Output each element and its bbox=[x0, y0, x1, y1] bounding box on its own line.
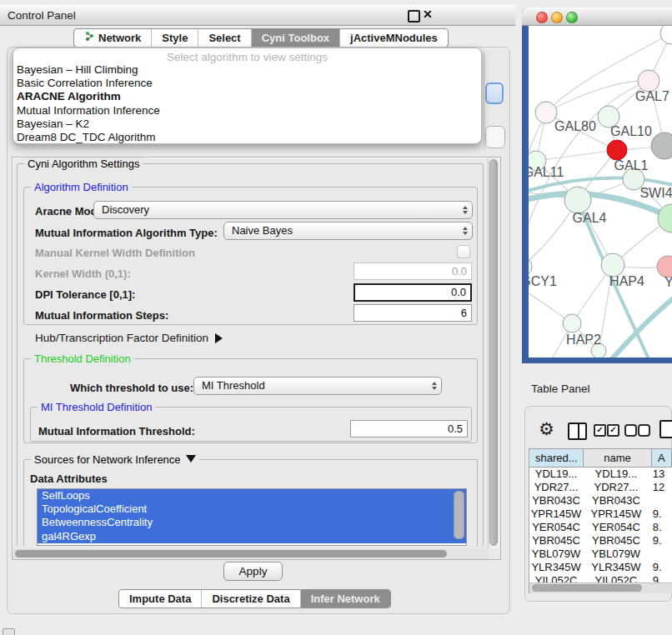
table-row[interactable]: YBR045CYBR045C9. bbox=[529, 534, 672, 548]
table-row[interactable]: YER054CYER054C8. bbox=[529, 521, 672, 534]
algorithm-option[interactable]: Mutual Information Inference bbox=[13, 104, 481, 118]
float-window-icon[interactable] bbox=[408, 10, 420, 22]
disclosure-right-icon bbox=[215, 333, 223, 343]
node-label-gal11: GAL11 bbox=[529, 165, 564, 179]
close-icon[interactable]: ✕ bbox=[423, 8, 433, 21]
apply-button[interactable]: Apply bbox=[223, 562, 283, 581]
node-gal4[interactable] bbox=[564, 187, 591, 213]
dpi-tolerance-field[interactable]: 0.0 bbox=[354, 283, 472, 302]
column-header-1[interactable]: shared... bbox=[529, 449, 584, 468]
sources-title-toggle[interactable]: Sources for Network Inference bbox=[31, 453, 199, 466]
hub-definition-label: Hub/Transcription Factor Definition bbox=[35, 332, 208, 344]
network-edge[interactable] bbox=[546, 81, 649, 112]
unchecked-box-icon[interactable] bbox=[638, 424, 650, 437]
mi-algorithm-type-value: Naive Bayes bbox=[232, 224, 293, 237]
kernel-width-field[interactable]: 0.0 bbox=[354, 262, 472, 280]
data-attributes-label: Data Attributes bbox=[30, 472, 108, 485]
close-traffic-light[interactable] bbox=[536, 12, 548, 23]
attribute-item[interactable]: BetweennessCentrality bbox=[38, 516, 466, 529]
which-threshold-select[interactable]: MI Threshold bbox=[193, 377, 442, 395]
table-row[interactable]: YBL079WYBL079W bbox=[529, 548, 672, 561]
table-panel-title: Table Panel bbox=[531, 382, 590, 395]
table-cell: YBR045C bbox=[529, 534, 583, 548]
node-hap4[interactable] bbox=[601, 253, 624, 277]
table-cell: YBL079W bbox=[583, 548, 649, 561]
node-hap2[interactable] bbox=[563, 314, 581, 332]
node-label-gal10: GAL10 bbox=[610, 124, 652, 138]
attribute-item[interactable]: SelfLoops bbox=[38, 489, 466, 502]
document-icon[interactable] bbox=[659, 420, 672, 438]
table-cell: YDR27... bbox=[529, 481, 583, 494]
control-panel-title: Control Panel bbox=[8, 9, 76, 22]
table-cell: YDR27... bbox=[583, 481, 649, 494]
aracne-mode-value: Discovery bbox=[102, 203, 149, 216]
node-label-gal80: GAL80 bbox=[554, 119, 596, 133]
table-cell bbox=[649, 548, 672, 561]
tab-label: Style bbox=[162, 28, 188, 48]
sources-title: Sources for Network Inference bbox=[34, 453, 181, 466]
column-header-2[interactable]: name bbox=[584, 449, 651, 468]
table-cell: 9. bbox=[649, 508, 672, 521]
table-row[interactable]: YPR145WYPR145W9. bbox=[529, 508, 672, 521]
minimize-traffic-light[interactable] bbox=[551, 12, 563, 23]
algorithm-option[interactable]: Bayesian – K2 bbox=[13, 118, 481, 131]
aracne-mode-select[interactable]: Discovery bbox=[93, 201, 473, 219]
node-label-y: Y bbox=[664, 275, 672, 289]
node-gal80[interactable] bbox=[535, 102, 557, 123]
attribute-item[interactable]: TopologicalCoefficient bbox=[38, 502, 466, 516]
table-row[interactable]: YLR345WYLR345W9. bbox=[529, 561, 672, 574]
hub-definition-toggle[interactable]: Hub/Transcription Factor Definition bbox=[35, 332, 223, 344]
tab-jactivemnodules[interactable]: jActiveMNodules bbox=[339, 29, 448, 47]
network-edge-highlighted[interactable] bbox=[609, 294, 672, 358]
gear-icon[interactable]: ⚙ bbox=[539, 421, 554, 438]
checked-box-icon[interactable]: ✓ bbox=[607, 424, 619, 437]
table-cell: YDL19... bbox=[583, 468, 649, 481]
node-label-hap2: HAP2 bbox=[566, 332, 601, 347]
tab-cyni-toolbox[interactable]: Cyni Toolbox bbox=[251, 29, 339, 47]
settings-vscrollbar-thumb[interactable] bbox=[489, 159, 498, 546]
tab-impute-data[interactable]: Impute Data bbox=[119, 590, 201, 608]
algorithm-option[interactable]: Dream8 DC_TDC Algorithm bbox=[13, 131, 481, 144]
tab-style[interactable]: Style bbox=[151, 29, 198, 47]
network-window-titlebar[interactable] bbox=[522, 8, 672, 26]
table-row[interactable]: YDR27...YDR27...12 bbox=[529, 481, 672, 494]
dpi-tolerance-label: DPI Tolerance [0,1]: bbox=[35, 288, 135, 301]
checked-box-icon[interactable]: ✓ bbox=[594, 424, 606, 437]
table-cell: YLR345W bbox=[529, 561, 583, 574]
mi-threshold-definition-title: MI Threshold Definition bbox=[38, 401, 155, 413]
node-top[interactable] bbox=[660, 26, 672, 44]
node-swi4[interactable] bbox=[658, 204, 672, 232]
algorithm-option[interactable]: Basic Correlation Inference bbox=[13, 77, 481, 90]
tab-discretize-data[interactable]: Discretize Data bbox=[201, 590, 299, 608]
table-row[interactable]: YDL19...YDL19...13 bbox=[529, 468, 672, 481]
algorithm-option[interactable]: Bayesian – Hill Climbing bbox=[13, 63, 481, 77]
table-cell: YBR043C bbox=[583, 494, 649, 508]
attribute-item[interactable]: gal4RGexp bbox=[38, 530, 466, 543]
network-edge[interactable] bbox=[536, 150, 617, 161]
node-label-swi4: SWI4 bbox=[639, 186, 672, 200]
algorithm-option[interactable]: ARACNE Algorithm bbox=[13, 90, 481, 103]
dropdown-items: Bayesian – Hill ClimbingBasic Correlatio… bbox=[13, 63, 481, 144]
data-attributes-list[interactable]: SelfLoopsTopologicalCoefficientBetweenne… bbox=[37, 488, 467, 546]
mi-steps-field[interactable]: 6 bbox=[354, 304, 472, 322]
zoom-traffic-light[interactable] bbox=[566, 12, 578, 23]
mi-algorithm-type-select[interactable]: Naive Bayes bbox=[223, 222, 473, 240]
manual-kernel-width-checkbox[interactable] bbox=[457, 245, 470, 258]
tab-infer-network[interactable]: Infer Network bbox=[300, 590, 390, 608]
settings-hscrollbar-thumb[interactable] bbox=[15, 550, 447, 558]
tab-label: Discretize Data bbox=[212, 589, 289, 608]
node-gal10-gray[interactable] bbox=[651, 132, 672, 159]
mi-threshold-field[interactable]: 0.5 bbox=[350, 420, 468, 438]
node-gal1-red[interactable] bbox=[607, 140, 627, 160]
split-columns-icon[interactable] bbox=[568, 422, 587, 440]
minimized-panel-icon[interactable] bbox=[3, 628, 15, 635]
table-hscrollbar-thumb[interactable] bbox=[532, 584, 642, 592]
column-header-3[interactable]: A bbox=[652, 449, 672, 468]
which-threshold-label: Which threshold to use: bbox=[70, 382, 193, 394]
attributes-scrollbar-thumb[interactable] bbox=[454, 491, 464, 539]
tab-select[interactable]: Select bbox=[198, 29, 250, 47]
table-row[interactable]: YBR043CYBR043C bbox=[529, 494, 672, 508]
tab-network[interactable]: Network bbox=[74, 29, 151, 47]
network-canvas[interactable]: GAL7GAL80GAL10GAL1GAL11SWI4GAL4GCY1HAP4Y… bbox=[529, 26, 672, 358]
unchecked-box-icon[interactable] bbox=[624, 424, 637, 437]
